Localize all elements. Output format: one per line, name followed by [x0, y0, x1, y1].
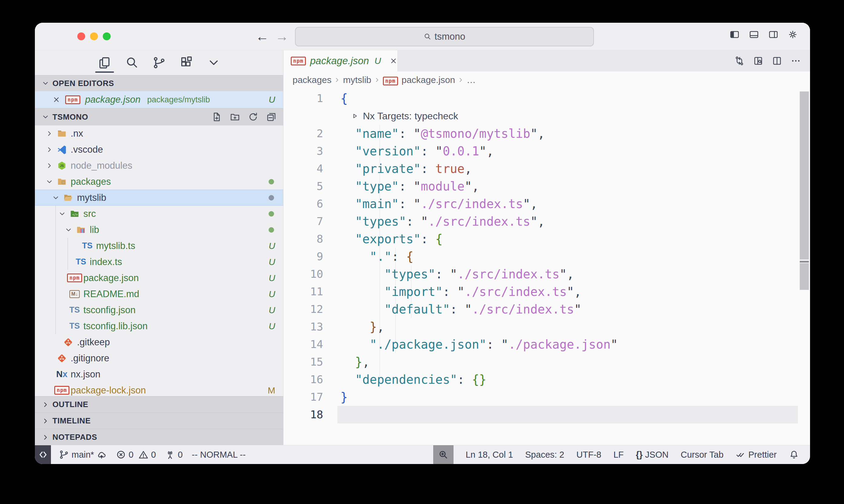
command-center-search[interactable]: tsmono: [295, 27, 594, 46]
tree-item-.nx[interactable]: .nx: [35, 125, 283, 141]
tree-item-packages[interactable]: packages: [35, 174, 283, 190]
tree-item-index.ts[interactable]: TSindex.tsU: [35, 254, 283, 270]
code-line-17[interactable]: 17}: [283, 388, 810, 406]
code-line-10[interactable]: 10 "types": "./src/index.ts",: [283, 265, 810, 283]
code-line-11[interactable]: 11 "import": "./src/index.ts",: [283, 283, 810, 301]
search-view-icon[interactable]: [124, 54, 139, 71]
traffic-close-button[interactable]: [77, 32, 85, 40]
chevron-right-icon[interactable]: [44, 162, 55, 169]
code-line-4[interactable]: 4 "private": true,: [283, 160, 810, 178]
screencast-zoom-badge[interactable]: [433, 445, 453, 464]
new-file-button[interactable]: [212, 112, 222, 122]
npm-file-icon: npm: [383, 74, 398, 85]
extensions-view-icon[interactable]: [179, 54, 194, 71]
tree-item-lib[interactable]: lib: [35, 222, 283, 238]
radio-tower-icon: [165, 449, 175, 460]
traffic-minimize-button[interactable]: [90, 32, 98, 40]
editor-scrollbar-lower[interactable]: [800, 263, 809, 290]
more-actions-button[interactable]: [791, 56, 801, 66]
open-preview-button[interactable]: [753, 56, 763, 66]
workspace-header[interactable]: TSMONO: [35, 108, 283, 125]
code-editor[interactable]: 1{Nx Targets: typecheck2 "name": "@tsmon…: [283, 88, 810, 445]
chevron-right-icon[interactable]: [44, 130, 55, 138]
encoding-item[interactable]: UTF-8: [576, 450, 601, 460]
code-line-13[interactable]: 13 },: [283, 318, 810, 336]
tree-item-package.json[interactable]: npmpackage.jsonU: [35, 270, 283, 286]
chevron-down-icon[interactable]: [57, 210, 68, 218]
eol-item[interactable]: LF: [613, 450, 624, 460]
notifications-bell-icon[interactable]: [789, 449, 799, 460]
code-line-18[interactable]: 18: [283, 406, 810, 424]
notepads-section-header[interactable]: NOTEPADS: [35, 429, 283, 445]
tab-close-icon[interactable]: [390, 57, 397, 65]
more-views-chevron-icon[interactable]: [206, 54, 221, 71]
breadcrumb-item-mytslib[interactable]: mytslib: [343, 75, 371, 85]
chevron-right-icon[interactable]: [44, 146, 55, 154]
refresh-explorer-button[interactable]: [248, 112, 258, 122]
formatter-item[interactable]: Prettier: [736, 449, 777, 460]
remote-indicator[interactable]: [35, 445, 51, 464]
code-line-16[interactable]: 16 "dependencies": {}: [283, 371, 810, 388]
tree-item-mytslib[interactable]: mytslib: [35, 190, 283, 206]
chevron-down-icon[interactable]: [44, 178, 55, 186]
tree-item-README.md[interactable]: M↓README.mdU: [35, 286, 283, 302]
problems-item[interactable]: 0 0: [116, 449, 156, 460]
new-folder-button[interactable]: [230, 112, 240, 122]
timeline-section-header[interactable]: TIMELINE: [35, 413, 283, 429]
breadcrumb-item-package.json[interactable]: package.json: [402, 75, 455, 85]
tree-item-node_modules[interactable]: JSnode_modules: [35, 158, 283, 174]
collapse-folders-button[interactable]: [266, 112, 276, 122]
open-editors-header[interactable]: OPEN EDITORS: [35, 75, 283, 91]
tree-item-mytslib.ts[interactable]: TSmytslib.tsU: [35, 238, 283, 254]
editor-scrollbar[interactable]: [800, 91, 809, 259]
breadcrumb-item-packages[interactable]: packages: [293, 75, 331, 85]
tab-package-json[interactable]: npm package.json U: [283, 50, 398, 71]
tree-item-.gitkeep[interactable]: .gitkeep: [35, 334, 283, 350]
code-line-15[interactable]: 15 },: [283, 353, 810, 371]
source-control-view-icon[interactable]: [152, 54, 167, 71]
code-line-5[interactable]: 5 "type": "module",: [283, 178, 810, 195]
git-branch-item[interactable]: main*: [59, 449, 107, 460]
code-line-3[interactable]: 3 "version": "0.0.1",: [283, 142, 810, 160]
chevron-down-icon[interactable]: [63, 226, 74, 234]
breadcrumb-item-[interactable]: …: [467, 75, 476, 85]
code-line-1[interactable]: 1{: [283, 90, 810, 107]
tree-item-nx.json[interactable]: Nxnx.json: [35, 366, 283, 382]
code-line-8[interactable]: 8 "exports": {: [283, 230, 810, 248]
ports-item[interactable]: 0: [165, 449, 183, 460]
chevron-down-icon[interactable]: [50, 194, 61, 202]
toggle-secondary-sidebar-button[interactable]: [768, 30, 778, 40]
tree-item-tsconfig.lib.json[interactable]: TStsconfig.lib.jsonU: [35, 318, 283, 334]
codelens-nx-targets[interactable]: Nx Targets: typecheck: [283, 107, 810, 125]
toggle-primary-sidebar-button[interactable]: [729, 30, 740, 40]
cursor-position-item[interactable]: Ln 18, Col 1: [466, 450, 513, 460]
open-editor-item[interactable]: npm package.json packages/mytslib U: [35, 91, 283, 108]
code-line-14[interactable]: 14 "./package.json": "./package.json": [283, 336, 810, 353]
explorer-view-icon[interactable]: [97, 54, 112, 71]
toggle-panel-button[interactable]: [749, 30, 759, 40]
code-line-9[interactable]: 9 ".": {: [283, 248, 810, 265]
split-editor-button[interactable]: [772, 56, 782, 66]
open-changes-button[interactable]: [734, 56, 744, 66]
settings-gear-icon[interactable]: [788, 30, 798, 40]
code-line-7[interactable]: 7 "types": "./src/index.ts",: [283, 213, 810, 230]
nav-back-button[interactable]: ←: [256, 28, 269, 44]
outline-section-header[interactable]: OUTLINE: [35, 396, 283, 413]
tree-item-.vscode[interactable]: .vscode: [35, 141, 283, 158]
language-mode-item[interactable]: {}JSON: [636, 450, 669, 460]
vim-mode-indicator[interactable]: -- NORMAL --: [192, 450, 246, 460]
indentation-item[interactable]: Spaces: 2: [525, 450, 564, 460]
traffic-maximize-button[interactable]: [103, 32, 111, 40]
code-line-12[interactable]: 12 "default": "./src/index.ts": [283, 301, 810, 318]
code-line-2[interactable]: 2 "name": "@tsmono/mytslib",: [283, 125, 810, 142]
tree-item-.gitignore[interactable]: .gitignore: [35, 350, 283, 366]
tree-item-tsconfig.json[interactable]: TStsconfig.jsonU: [35, 302, 283, 318]
code-line-6[interactable]: 6 "main": "./src/index.ts",: [283, 195, 810, 213]
publish-icon[interactable]: [97, 449, 107, 460]
editor-group: npm package.json U packagesmytslibnpmpac…: [283, 50, 810, 445]
line-number: 13: [283, 318, 323, 336]
nav-forward-button[interactable]: →: [275, 28, 289, 44]
tree-item-src[interactable]: </>src: [35, 206, 283, 222]
cursor-tab-item[interactable]: Cursor Tab: [681, 450, 723, 460]
close-editor-icon[interactable]: [52, 96, 60, 104]
